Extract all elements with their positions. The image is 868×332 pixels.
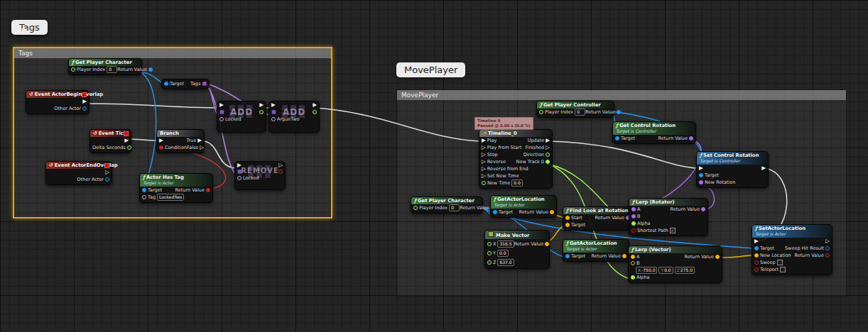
x-pin[interactable] [487, 242, 492, 246]
return-value-pin[interactable] [825, 253, 830, 258]
shortest-path-checkbox[interactable]: ✓ [670, 228, 676, 233]
a-pin[interactable] [631, 207, 636, 211]
array-pin[interactable]: ▦ [271, 109, 276, 115]
exec-out-pin[interactable]: ▷ [825, 238, 830, 244]
node-set-control-rotation[interactable]: ƒSet Control RotationTarget is Controlle… [696, 151, 769, 188]
target-pin[interactable] [164, 82, 168, 86]
new-time-pin[interactable] [482, 181, 486, 185]
node-get-control-rotation[interactable]: ƒGet Control RotationTarget is Controlle… [612, 121, 696, 144]
node-event-tick[interactable]: ↺Event Tick ▶ Delta Seconds [89, 129, 131, 153]
return-value-pin[interactable] [701, 207, 705, 211]
b-z-value[interactable]: Z275.0 [675, 267, 695, 274]
exec-in-pin[interactable]: ▶ [159, 138, 163, 143]
return-value-pin[interactable] [715, 255, 720, 259]
stop-exec-pin[interactable]: ▷ [482, 152, 486, 157]
player-index-value[interactable]: 0 [107, 66, 117, 73]
sweep-hit-result-pin[interactable] [825, 246, 830, 250]
direction-pin[interactable] [546, 153, 550, 157]
target-pin[interactable] [754, 246, 759, 250]
node-get-actor-location-1[interactable]: ƒGetActorLocationTarget is Actor Target … [490, 195, 557, 218]
alpha-pin[interactable] [631, 221, 636, 226]
wire-obj-gpc-hastag[interactable] [139, 72, 156, 189]
wire-exec-add-timeline[interactable] [314, 108, 480, 141]
exec-out-pin[interactable]: ▶ [124, 138, 129, 143]
return-pin[interactable] [278, 170, 283, 174]
a-pin[interactable] [631, 255, 635, 259]
play-from-start-exec-pin[interactable]: ▷ [482, 145, 486, 150]
node-set-actor-location[interactable]: ƒSetActorLocationTarget is Actor ▶▷ Targ… [752, 224, 832, 275]
node-lerp-vector[interactable]: ƒLerp (Vector) A Return Value B X-750.0 … [628, 245, 722, 283]
x-value[interactable]: 316.5 [497, 240, 514, 248]
teleport-checkbox[interactable] [780, 267, 786, 272]
exec-in-pin[interactable]: ▶ [699, 165, 703, 171]
player-index-value[interactable]: 0 [449, 204, 460, 211]
item-pin[interactable] [219, 117, 224, 121]
start-pin[interactable] [565, 216, 570, 220]
item-pin[interactable] [271, 117, 276, 121]
teleport-pin[interactable] [754, 267, 759, 272]
exec-out-pin[interactable]: ▷ [278, 162, 283, 168]
new-time-value[interactable]: 0.0 [511, 179, 523, 187]
alpha-pin[interactable] [631, 275, 635, 280]
target-pin[interactable] [699, 173, 703, 177]
b-y-value[interactable]: Y0.0 [658, 267, 673, 274]
node-branch[interactable]: Branch ▶ True▶ Condition False▷ [156, 129, 205, 153]
comment-bubble-moveplayer[interactable]: MovePlayer [396, 62, 465, 77]
new-track-pin[interactable] [546, 160, 550, 164]
index-out-pin[interactable] [313, 110, 317, 114]
node-timeline[interactable]: ◔Timeline_0 ▶Play Update▶ ▷Play from Sta… [479, 129, 553, 189]
reverse-exec-pin[interactable]: ▷ [482, 159, 486, 165]
exec-out-pin[interactable]: ▷ [105, 170, 109, 175]
b-x-value[interactable]: X-750.0 [636, 267, 657, 274]
target-pin[interactable] [615, 136, 619, 140]
node-event-actor-end-overlap[interactable]: ↺Event ActorEndOverlap ▷ Other Actor [45, 161, 112, 185]
blueprint-canvas[interactable]: Tags MovePlayer ƒGet Player Cha [0, 0, 868, 332]
z-value[interactable]: 637.0 [497, 259, 514, 266]
index-out-pin[interactable] [259, 110, 264, 114]
target-pin[interactable] [565, 254, 570, 258]
exec-in-pin[interactable]: ▶ [754, 238, 759, 244]
play-exec-pin[interactable]: ▶ [482, 138, 486, 143]
target-pin[interactable] [142, 188, 146, 192]
y-value[interactable]: 0.0 [497, 250, 509, 257]
z-pin[interactable] [487, 260, 492, 265]
wire-vec-lerp-setloc[interactable] [718, 255, 753, 258]
node-event-actor-begin-overlap[interactable]: ↺Event ActorBeginOverlap ▶ Other Actor [26, 90, 89, 114]
condition-pin[interactable] [159, 145, 163, 150]
wire-exec-beginoverlap-add[interactable] [85, 104, 217, 108]
node-array-add-1[interactable]: ADD ▶▶ ▦ Locked [217, 101, 266, 133]
node-target-tags-variable[interactable]: Target Tags▦ [161, 79, 210, 89]
return-value-pin[interactable] [545, 242, 549, 246]
comment-bubble-tags[interactable]: Tags [11, 20, 48, 35]
player-index-value[interactable]: 0 [575, 109, 585, 116]
array-pin[interactable]: ▦ [219, 109, 224, 115]
finished-exec-pin[interactable]: ▷ [546, 145, 550, 150]
exec-out-pin[interactable]: ▶ [259, 102, 264, 108]
delta-seconds-pin[interactable] [127, 145, 131, 150]
player-index-pin[interactable] [71, 67, 75, 72]
new-location-pin[interactable] [754, 253, 759, 258]
tag-pin[interactable] [142, 195, 146, 199]
return-value-pin[interactable] [622, 254, 626, 258]
exec-out-pin[interactable]: ▶ [761, 165, 766, 171]
tag-value[interactable]: LockedTwo [157, 194, 184, 201]
update-exec-pin[interactable]: ▶ [546, 138, 550, 143]
node-get-player-controller[interactable]: ƒGet Player Controller Player Index0 Ret… [536, 101, 614, 118]
sweep-checkbox[interactable] [777, 260, 783, 265]
other-actor-pin[interactable] [105, 177, 109, 182]
node-lerp-rotator[interactable]: ƒLerp (Rotator) A Return Value B Alpha S… [629, 198, 708, 236]
wire-exec-update-setrotation[interactable] [548, 141, 698, 168]
exec-out-pin[interactable]: ▶ [82, 99, 87, 104]
set-new-time-exec-pin[interactable]: ▷ [482, 173, 486, 179]
return-value-pin[interactable] [617, 110, 621, 114]
false-exec-pin[interactable]: ▷ [200, 145, 204, 150]
return-value-pin[interactable] [689, 136, 693, 140]
item-value[interactable]: Locked [225, 116, 242, 122]
node-array-add-2[interactable]: ADD ▶▶ ▦ ArgueTwo [268, 101, 320, 133]
exec-in-pin[interactable]: ▶ [271, 102, 276, 108]
sweep-pin[interactable] [754, 260, 759, 265]
item-pin[interactable] [237, 176, 242, 180]
return-value-pin[interactable] [148, 67, 153, 72]
exec-out-pin[interactable]: ▶ [313, 102, 317, 108]
item-value[interactable]: Locked [243, 175, 259, 181]
